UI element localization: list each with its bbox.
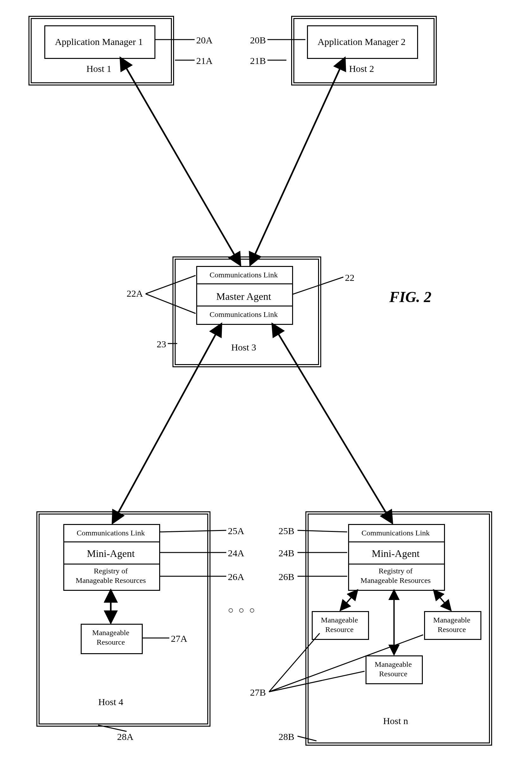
host-1-label: Host 1: [44, 63, 154, 74]
hn-agent-label: Mini-Agent: [348, 548, 443, 560]
ellipsis: ○ ○ ○: [228, 605, 256, 616]
h4-registry-l1: Registry of: [63, 567, 158, 575]
ref-22a: 22A: [127, 288, 143, 299]
hn-res-left-l1: Manageable: [312, 616, 367, 624]
ref-28a: 28A: [117, 731, 134, 742]
h4-resource-l1: Manageable: [81, 628, 141, 637]
ref-26a: 26A: [228, 571, 244, 582]
h4-resource-l2: Resource: [81, 638, 141, 647]
hn-registry-l1: Registry of: [348, 567, 443, 575]
host3-master-label: Master Agent: [196, 291, 291, 302]
host3-comm-top-label: Communications Link: [196, 271, 291, 279]
hn-res-right-l2: Resource: [424, 625, 479, 634]
ref-27b: 27B: [250, 687, 266, 698]
ref-24a: 24A: [228, 548, 244, 559]
ref-25a: 25A: [228, 526, 244, 536]
svg-line-0: [120, 58, 240, 265]
ref-26b: 26B: [278, 571, 294, 582]
host-2-label: Host 2: [307, 63, 416, 74]
host-n-label: Host n: [348, 716, 443, 726]
host-3-label: Host 3: [196, 342, 291, 353]
host3-comm-bot-label: Communications Link: [196, 310, 291, 319]
ref-27a: 27A: [171, 633, 187, 644]
ref-20a: 20A: [196, 35, 213, 45]
app-manager-1-label: Application Manager 1: [44, 36, 154, 47]
hn-registry-l2: Manageable Resources: [348, 576, 443, 585]
hn-res-center-l1: Manageable: [366, 660, 421, 669]
ref-24b: 24B: [278, 548, 294, 559]
host-4-label: Host 4: [63, 696, 158, 707]
ref-25b: 25B: [278, 526, 294, 536]
ref-20b: 20B: [250, 35, 266, 45]
h4-agent-label: Mini-Agent: [63, 548, 158, 560]
ref-23: 23: [157, 339, 166, 349]
h4-comm-label: Communications Link: [63, 529, 158, 537]
ref-21a: 21A: [196, 55, 213, 66]
app-manager-2-label: Application Manager 2: [307, 36, 416, 47]
svg-line-1: [250, 58, 345, 265]
hn-res-center-l2: Resource: [366, 670, 421, 678]
ref-28b: 28B: [278, 731, 294, 742]
diagram-canvas: Application Manager 1 Host 1 20A 21A App…: [0, 0, 532, 783]
hn-res-left-l2: Resource: [312, 625, 367, 634]
h4-registry-l2: Manageable Resources: [63, 576, 158, 585]
figure-label: FIG. 2: [389, 288, 431, 306]
ref-22: 22: [345, 272, 355, 283]
hn-comm-label: Communications Link: [348, 529, 443, 537]
ref-21b: 21B: [250, 55, 266, 66]
hn-res-right-l1: Manageable: [424, 616, 479, 624]
